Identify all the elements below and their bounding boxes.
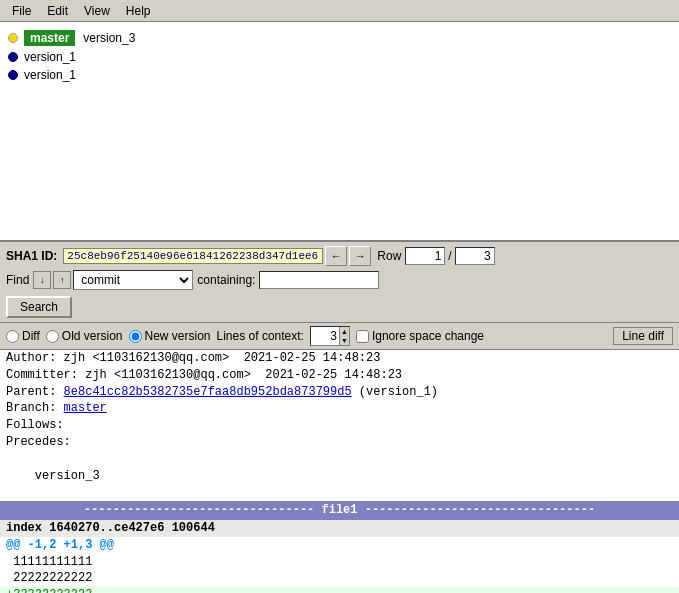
nav-forward-btn[interactable]: → [349, 246, 371, 266]
sha1-label: SHA1 ID: [6, 249, 57, 263]
diff-index-line: index 1640270..ce427e6 100644 [0, 520, 679, 537]
diff-context-line: 11111111111 [0, 554, 679, 571]
find-label: Find [6, 273, 29, 287]
diff-hunk-line: @@ -1,2 +1,3 @@ [0, 537, 679, 554]
old-version-radio-option[interactable]: Old version [46, 329, 123, 343]
find-select[interactable]: commit [73, 270, 193, 290]
branch-link[interactable]: master [64, 401, 107, 415]
row-total-input [455, 247, 495, 265]
diff-blank-line [0, 451, 679, 468]
diff-meta-line: Committer: zjh <1103162130@qq.com> 2021-… [0, 367, 679, 384]
row-current-input[interactable] [405, 247, 445, 265]
main-layout: master version_3 version_1 version_1 SHA… [0, 22, 679, 593]
dot-master [8, 33, 18, 43]
nav-back-btn[interactable]: ← [325, 246, 347, 266]
row-separator: / [448, 249, 451, 263]
diff-meta-line: Precedes: [0, 434, 679, 451]
diff-meta-line: Author: zjh <1103162130@qq.com> 2021-02-… [0, 350, 679, 367]
containing-input[interactable] [259, 271, 379, 289]
branch-row-v1-1: version_1 [8, 50, 671, 64]
diff-add-line: +33333333333 [0, 587, 679, 593]
diff-branch-line: Branch: master [0, 400, 679, 417]
ignore-space-checkbox[interactable] [356, 330, 369, 343]
menu-help[interactable]: Help [118, 2, 159, 20]
menubar: File Edit View Help [0, 0, 679, 22]
diff-options-row: Diff Old version New version Lines of co… [0, 323, 679, 350]
old-version-label: Old version [62, 329, 123, 343]
ignore-space-label: Ignore space change [372, 329, 484, 343]
branch-version-3: version_3 [83, 31, 135, 45]
diff-parent-line: Parent: 8e8c41cc82b5382735e7faa8db952bda… [0, 384, 679, 401]
spin-arrows: ▲ ▼ [339, 327, 349, 345]
sort-up-btn[interactable]: ↑ [53, 271, 71, 289]
new-version-radio-option[interactable]: New version [129, 329, 211, 343]
ignore-space-option[interactable]: Ignore space change [356, 329, 484, 343]
dot-v1-1 [8, 52, 18, 62]
menu-view[interactable]: View [76, 2, 118, 20]
sha-row: SHA1 ID: ← → Row / [6, 246, 673, 266]
branch-row-v1-2: version_1 [8, 68, 671, 82]
row-label: Row [377, 249, 401, 263]
branch-name-v1-2[interactable]: version_1 [24, 68, 76, 82]
diff-content[interactable]: Author: zjh <1103162130@qq.com> 2021-02-… [0, 350, 679, 593]
branch-area: master version_3 version_1 version_1 [0, 22, 679, 242]
new-version-label: New version [145, 329, 211, 343]
spin-up-btn[interactable]: ▲ [340, 327, 349, 336]
diff-separator-line: -------------------------------- file1 -… [0, 501, 679, 520]
new-version-radio[interactable] [129, 330, 142, 343]
context-spin: ▲ ▼ [310, 326, 350, 346]
containing-label: containing: [197, 273, 255, 287]
master-label[interactable]: master [24, 30, 75, 46]
find-row: Find ↓ ↑ commit containing: [6, 270, 673, 290]
diff-radio[interactable] [6, 330, 19, 343]
sort-down-btn[interactable]: ↓ [33, 271, 51, 289]
diff-context-line: 22222222222 [0, 570, 679, 587]
search-button[interactable]: Search [6, 296, 72, 318]
context-label: Lines of context: [217, 329, 304, 343]
sha1-input[interactable] [63, 248, 323, 264]
spin-down-btn[interactable]: ▼ [340, 336, 349, 345]
dot-v1-2 [8, 70, 18, 80]
diff-blank-line [0, 484, 679, 501]
controls-area: SHA1 ID: ← → Row / Find ↓ ↑ commit conta… [0, 242, 679, 323]
line-diff-button[interactable]: Line diff [613, 327, 673, 345]
branch-name-v1-1[interactable]: version_1 [24, 50, 76, 64]
menu-file[interactable]: File [4, 2, 39, 20]
diff-radio-option[interactable]: Diff [6, 329, 40, 343]
context-input[interactable] [311, 329, 339, 343]
diff-label: Diff [22, 329, 40, 343]
menu-edit[interactable]: Edit [39, 2, 76, 20]
diff-meta-line: Follows: [0, 417, 679, 434]
branch-row-master: master version_3 [8, 30, 671, 46]
parent-hash-link[interactable]: 8e8c41cc82b5382735e7faa8db952bda873799d5 [64, 385, 352, 399]
old-version-radio[interactable] [46, 330, 59, 343]
diff-meta-line: version_3 [0, 468, 679, 485]
